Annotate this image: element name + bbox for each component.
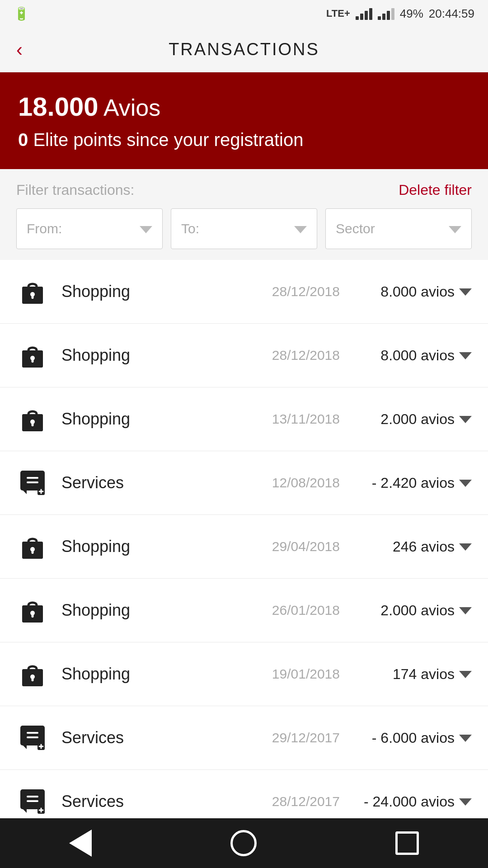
- amount-value: 8.000 avios: [380, 283, 455, 300]
- svg-rect-37: [32, 550, 34, 554]
- transaction-item[interactable]: Services29/12/2017- 6.000 avios: [0, 706, 488, 770]
- nav-home-button[interactable]: [230, 830, 257, 856]
- transaction-date: 26/01/2018: [258, 603, 340, 618]
- expand-chevron-icon: [459, 607, 472, 614]
- avios-balance: 18.000 Avios: [18, 91, 470, 122]
- services-chat-icon: [16, 722, 49, 754]
- avios-label: Avios: [103, 94, 160, 121]
- to-input[interactable]: To:: [171, 208, 317, 249]
- expand-chevron-icon: [459, 735, 472, 742]
- expand-chevron-icon: [459, 798, 472, 806]
- transaction-category: Shopping: [61, 601, 258, 620]
- transaction-amount: 2.000 avios: [354, 602, 472, 619]
- svg-rect-60: [20, 789, 45, 809]
- transaction-date: 13/11/2018: [258, 411, 340, 427]
- transaction-category: Services: [61, 792, 258, 811]
- status-bar-left: 🔋: [14, 6, 29, 21]
- nav-recent-button[interactable]: [395, 831, 419, 855]
- svg-rect-20: [22, 405, 43, 414]
- shopping-bag-icon: [16, 658, 49, 690]
- svg-rect-7: [32, 295, 34, 299]
- sector-chevron-icon: [449, 226, 461, 233]
- expand-chevron-icon: [459, 480, 472, 487]
- filter-header: Filter transactions: Delete filter: [16, 182, 472, 198]
- svg-rect-15: [32, 359, 34, 363]
- avios-amount: 18.000: [18, 92, 98, 121]
- to-placeholder: To:: [181, 221, 199, 236]
- shopping-bag-icon: [16, 403, 49, 435]
- transaction-amount: 174 avios: [354, 666, 472, 683]
- elite-amount: 0: [18, 130, 28, 150]
- amount-value: 8.000 avios: [380, 347, 455, 364]
- status-bar: 🔋 LTE+ 49% 20:44:59: [0, 0, 488, 27]
- transaction-item[interactable]: Shopping19/01/2018174 avios: [0, 642, 488, 706]
- home-circle-icon: [230, 830, 257, 856]
- transaction-date: 29/12/2017: [258, 730, 340, 745]
- transaction-amount: - 24.000 avios: [354, 793, 472, 810]
- elite-label: Elite points since your registration: [33, 130, 303, 150]
- transaction-amount: 8.000 avios: [354, 283, 472, 300]
- transaction-date: 28/12/2018: [258, 348, 340, 363]
- transaction-item[interactable]: Shopping29/04/2018246 avios: [0, 515, 488, 579]
- to-chevron-icon: [294, 226, 307, 233]
- svg-rect-54: [20, 726, 45, 745]
- transaction-item[interactable]: Shopping26/01/20182.000 avios: [0, 579, 488, 642]
- shopping-bag-icon: [16, 275, 49, 308]
- shopping-bag-icon: [16, 530, 49, 563]
- back-arrow-icon: ‹: [16, 39, 23, 60]
- back-triangle-icon: [69, 830, 92, 857]
- services-chat-icon: [16, 785, 49, 818]
- svg-rect-4: [22, 278, 43, 287]
- amount-value: 246 avios: [393, 538, 455, 555]
- expand-chevron-icon: [459, 671, 472, 678]
- nav-back-button[interactable]: [69, 830, 92, 857]
- transaction-date: 19/01/2018: [258, 666, 340, 682]
- transaction-date: 28/12/2017: [258, 794, 340, 809]
- transaction-item[interactable]: Shopping28/12/20188.000 avios: [0, 324, 488, 387]
- transaction-category: Services: [61, 728, 258, 747]
- transaction-category: Shopping: [61, 665, 258, 684]
- recent-square-icon: [395, 831, 419, 855]
- sector-placeholder: Sector: [336, 221, 375, 236]
- transaction-amount: - 6.000 avios: [354, 730, 472, 746]
- svg-rect-24: [20, 471, 45, 491]
- shopping-bag-icon: [16, 594, 49, 627]
- expand-chevron-icon: [459, 416, 472, 423]
- from-chevron-icon: [140, 226, 152, 233]
- transaction-category: Services: [61, 473, 258, 492]
- amount-value: 2.000 avios: [380, 602, 455, 619]
- signal-bars-2: [378, 7, 394, 20]
- nav-bar: ‹ TRANSACTIONS: [0, 27, 488, 72]
- network-type-label: LTE+: [326, 8, 350, 19]
- filter-section: Filter transactions: Delete filter From:…: [0, 169, 488, 254]
- svg-rect-45: [32, 614, 34, 618]
- transaction-amount: 8.000 avios: [354, 347, 472, 364]
- from-input[interactable]: From:: [16, 208, 163, 249]
- transaction-item[interactable]: Shopping28/12/20188.000 avios: [0, 260, 488, 324]
- amount-value: 2.000 avios: [380, 411, 455, 428]
- transaction-amount: - 2.420 avios: [354, 475, 472, 491]
- transaction-category: Shopping: [61, 537, 258, 556]
- svg-rect-23: [32, 423, 34, 426]
- battery-percentage: 49%: [400, 7, 423, 21]
- transaction-amount: 246 avios: [354, 538, 472, 555]
- header-banner: 18.000 Avios 0 Elite points since your r…: [0, 72, 488, 169]
- transaction-item[interactable]: Shopping13/11/20182.000 avios: [0, 387, 488, 451]
- delete-filter-button[interactable]: Delete filter: [399, 182, 472, 198]
- signal-bars: [356, 7, 372, 20]
- transaction-category: Shopping: [61, 346, 258, 365]
- transaction-category: Shopping: [61, 282, 258, 301]
- svg-rect-53: [32, 678, 34, 681]
- expand-chevron-icon: [459, 352, 472, 359]
- elite-points: 0 Elite points since your registration: [18, 130, 470, 150]
- expand-chevron-icon: [459, 543, 472, 551]
- back-button[interactable]: ‹: [16, 39, 23, 61]
- bottom-nav-bar: [0, 818, 488, 868]
- amount-value: - 6.000 avios: [372, 730, 455, 746]
- status-bar-right: LTE+ 49% 20:44:59: [326, 7, 474, 21]
- sector-input[interactable]: Sector: [325, 208, 472, 249]
- transaction-item[interactable]: Services12/08/2018- 2.420 avios: [0, 451, 488, 515]
- amount-value: - 24.000 avios: [364, 793, 455, 810]
- transaction-date: 29/04/2018: [258, 539, 340, 554]
- amount-value: - 2.420 avios: [372, 475, 455, 491]
